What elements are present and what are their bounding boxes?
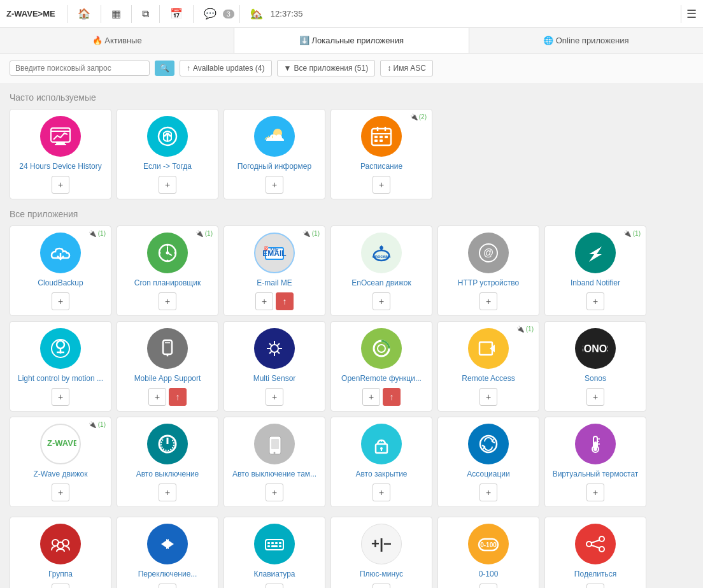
svg-line-88	[592, 540, 599, 543]
app-name-multi-sensor[interactable]: Multi Sensor	[253, 374, 296, 383]
app-add-light-motion[interactable]: +	[52, 388, 69, 406]
app-name-mobile[interactable]: Mobile App Support	[134, 374, 201, 383]
app-add-openremote[interactable]: +	[362, 388, 380, 406]
filter-label: Все приложения (51)	[294, 64, 368, 73]
filter-button[interactable]: ▼ Все приложения (51)	[277, 60, 376, 76]
app-name-group[interactable]: Группа	[48, 570, 73, 578]
app-name-keyboard[interactable]: Клавиатура	[254, 570, 295, 578]
schedule-badge-icon: 🔌	[410, 113, 418, 120]
app-card-light-motion: Light control by motion ... +	[10, 321, 111, 412]
app-name-hours-device[interactable]: 24 Hours Device History	[19, 162, 101, 171]
app-add-switch-back[interactable]: +	[159, 584, 176, 588]
app-icon-share	[575, 524, 616, 564]
app-name-email[interactable]: E-mail ME	[257, 278, 292, 287]
app-name-switch-back[interactable]: Переключение...	[138, 570, 197, 578]
copy-icon[interactable]: ⧉	[142, 8, 149, 20]
app-name-remote-access[interactable]: Remote Access	[462, 374, 515, 383]
sonos-svg: SONOS	[583, 336, 608, 361]
app-add-cloudbackup[interactable]: +	[52, 292, 69, 310]
app-name-http[interactable]: HTTP устройство	[458, 278, 519, 287]
cron-badge: 🔌 (1)	[195, 230, 213, 237]
app-name-weather[interactable]: Погодный информер	[238, 162, 311, 171]
app-name-cloudbackup[interactable]: CloudBackup	[38, 278, 83, 287]
app-add-if-then[interactable]: +	[159, 176, 176, 194]
house-icon[interactable]: 🏡	[250, 8, 263, 20]
app-name-associations[interactable]: Ассоциации	[467, 470, 509, 478]
tab-online[interactable]: 🌐 Online приложения	[469, 28, 703, 53]
app-add-zwave[interactable]: +	[52, 484, 69, 501]
app-add-plus-minus[interactable]: +	[373, 584, 390, 588]
search-button[interactable]: 🔍	[155, 61, 174, 76]
chat-icon[interactable]: 💬	[204, 8, 217, 20]
remote-badge: 🔌 (1)	[516, 326, 534, 333]
menu-icon[interactable]: ☰	[686, 7, 697, 21]
app-add-mobile[interactable]: +	[148, 388, 166, 406]
app-name-auto-off[interactable]: Авто выключение	[136, 470, 199, 478]
app-update-email[interactable]: ↑	[276, 292, 294, 310]
app-add-enocean[interactable]: +	[373, 292, 390, 310]
app-name-virtual-thermo[interactable]: Виртуальный термостат	[553, 470, 639, 478]
app-name-zwave[interactable]: Z-Wave движок	[34, 470, 88, 478]
app-icon-mobile	[147, 328, 188, 369]
app-name-inband[interactable]: Inband Notifier	[571, 278, 620, 287]
calendar-icon[interactable]: 📅	[170, 8, 183, 20]
app-name-auto-lock[interactable]: Авто закрытие	[355, 470, 407, 478]
app-name-light-motion[interactable]: Light control by motion ...	[18, 374, 103, 383]
zwave-badge: 🔌 (1)	[89, 421, 106, 428]
svg-line-45	[269, 343, 272, 346]
search-input[interactable]	[15, 64, 130, 73]
app-name-openremote[interactable]: OpenRemote функци...	[341, 374, 422, 383]
content: Часто используемые 24 Hours Device Histo…	[0, 83, 703, 588]
home-icon[interactable]: 🏠	[78, 8, 90, 20]
divider4	[159, 5, 160, 23]
app-add-share[interactable]: +	[586, 584, 604, 588]
multi-sensor-svg	[262, 336, 287, 361]
email-svg: EMAIL ME ✉	[262, 240, 287, 266]
app-add-associations[interactable]: +	[479, 484, 497, 501]
app-name-share[interactable]: Поделиться	[574, 570, 616, 578]
app-add-multi-sensor[interactable]: +	[266, 388, 283, 406]
app-card-keyboard: Клавиатура +	[224, 517, 325, 588]
app-name-schedule[interactable]: Расписание	[360, 162, 402, 171]
grid-icon[interactable]: ▦	[111, 8, 121, 20]
app-name-enocean[interactable]: EnOcean движок	[352, 278, 411, 287]
app-add-cron[interactable]: +	[159, 292, 176, 310]
app-add-http[interactable]: +	[479, 292, 497, 310]
update-button[interactable]: ↑ Available updates (4)	[180, 60, 272, 76]
app-name-sonos[interactable]: Sonos	[585, 374, 606, 383]
app-update-mobile[interactable]: ↑	[169, 388, 187, 406]
tab-local[interactable]: ⬇️ Локальные приложения	[234, 28, 469, 53]
all-apps-grid: 🔌 (1) CloudBackup + 🔌 (1)	[10, 226, 693, 507]
app-add-inband[interactable]: +	[586, 292, 604, 310]
app-add-auto-off-timed[interactable]: +	[266, 484, 283, 501]
app-icon-sonos: SONOS	[575, 328, 616, 369]
app-add-auto-lock[interactable]: +	[373, 484, 390, 501]
app-name-plus-minus[interactable]: Плюс-минус	[360, 570, 403, 578]
svg-rect-65	[594, 441, 597, 448]
app-name-range[interactable]: 0-100	[479, 570, 499, 578]
app-add-schedule[interactable]: +	[373, 176, 390, 194]
app-add-keyboard[interactable]: +	[266, 584, 283, 588]
app-update-openremote[interactable]: ↑	[383, 388, 401, 406]
sort-button[interactable]: ↕ Имя ASC	[380, 60, 433, 76]
app-add-hours-device[interactable]: +	[52, 176, 69, 194]
app-add-range[interactable]: +	[479, 584, 497, 588]
app-add-virtual-thermo[interactable]: +	[586, 484, 604, 501]
svg-rect-2	[56, 142, 65, 144]
app-add-sonos[interactable]: +	[586, 388, 604, 406]
app-add-remote-access[interactable]: +	[479, 388, 497, 406]
bottom-apps-grid: Группа + Переключение... +	[10, 517, 693, 588]
app-name-auto-off-timed[interactable]: Авто выключение там...	[232, 470, 316, 478]
app-name-cron[interactable]: Cron планировщик	[134, 278, 201, 287]
tab-active[interactable]: 🔥 Активные	[0, 28, 234, 53]
app-icon-group	[40, 524, 81, 564]
app-name-if-then[interactable]: Если -> Тогда	[143, 162, 192, 171]
app-add-email[interactable]: +	[255, 292, 273, 310]
app-add-group[interactable]: +	[52, 584, 69, 588]
app-add-weather[interactable]: +	[266, 176, 283, 194]
svg-rect-80	[271, 545, 278, 547]
app-card-inband: 🔌 (1) Inband Notifier +	[544, 226, 646, 316]
app-add-auto-off[interactable]: +	[159, 484, 176, 501]
app-card-auto-lock: Авто закрытие +	[330, 417, 432, 507]
svg-rect-57	[271, 439, 279, 449]
